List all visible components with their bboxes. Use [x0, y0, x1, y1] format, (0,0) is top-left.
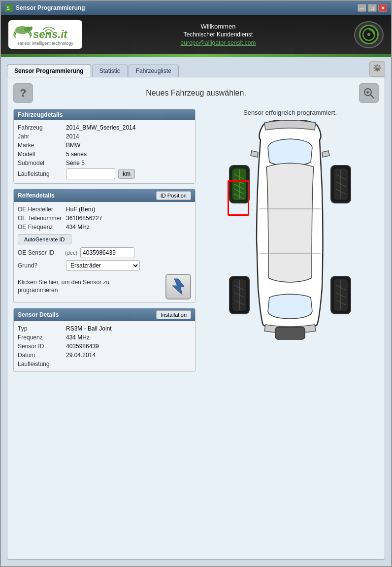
- label-oe-hersteller: OE Hersteller: [18, 206, 62, 213]
- laufleistung-input-row: km: [66, 168, 135, 179]
- label-marke: Marke: [18, 142, 62, 149]
- tire-highlight: [228, 180, 249, 216]
- reifendetails-body: OE Hersteller HuF (Beru) OE Teilenummer …: [14, 202, 195, 302]
- main-content: Sensor Programmierung Statistic Fahrzeug…: [1, 57, 391, 566]
- label-laufleistung: Laufleistung: [18, 170, 62, 177]
- label-sd-laufleistung: Laufleistung: [18, 361, 62, 367]
- sensor-id-input[interactable]: [80, 247, 134, 258]
- svg-line-11: [370, 95, 374, 98]
- field-row-sensor-id: OE Sensor ID (dec): [18, 246, 191, 259]
- label-sd-sensor-id: Sensor ID: [18, 343, 62, 350]
- title-bar: S Sensor Programmierung — □ ✕: [1, 1, 391, 15]
- left-column: Fahrzeugdetails Fahrzeug 2014_BMW_5serie…: [13, 109, 196, 377]
- value-datum: 29.04.2014: [66, 352, 191, 359]
- label-datum: Datum: [18, 352, 62, 359]
- label-grund: Grund?: [18, 262, 62, 269]
- value-typ: RS3M - Ball Joint: [66, 325, 191, 332]
- logo-box: sens.it sensor intelligent technology: [8, 20, 82, 49]
- autogenerate-button[interactable]: AutoGenerate ID: [18, 234, 71, 244]
- label-fahrzeug: Fahrzeug: [18, 124, 62, 131]
- id-position-button[interactable]: ID Position: [156, 191, 191, 200]
- laufleistung-input[interactable]: [66, 168, 115, 179]
- tabs-row: Sensor Programmierung Statistic Fahrzeug…: [7, 61, 385, 77]
- car-image-container: [214, 120, 366, 357]
- value-oe-hersteller: HuF (Beru): [66, 206, 191, 213]
- reifendetails-header: Reifendetails ID Position: [14, 189, 195, 202]
- installation-button[interactable]: Installation: [156, 310, 191, 319]
- field-row-typ: Typ RS3M - Ball Joint: [18, 324, 191, 333]
- car-svg: [214, 120, 366, 357]
- fahrzeugdetails-section: Fahrzeugdetails Fahrzeug 2014_BMW_5serie…: [13, 109, 196, 184]
- field-row-submodel: Submodel Série 5: [18, 159, 191, 167]
- fahrzeugdetails-header: Fahrzeugdetails: [14, 109, 195, 120]
- sensor-details-section: Sensor Details Installation Typ RS3M - B…: [13, 308, 196, 372]
- header-welcome: Willkommen: [92, 23, 344, 30]
- value-sd-sensor-id: 4035986439: [66, 343, 191, 350]
- logo-area: sens.it sensor intelligent technology: [8, 20, 82, 49]
- help-button[interactable]: ?: [13, 83, 33, 103]
- minimize-button[interactable]: —: [358, 4, 366, 12]
- value-modell: 5 series: [66, 151, 191, 158]
- car-status-text: Sensor erfolgreich programmiert.: [243, 109, 337, 116]
- field-row-datum: Datum 29.04.2014: [18, 351, 191, 360]
- sensor-details-body: Typ RS3M - Ball Joint Frequenz 434 MHz S…: [14, 321, 195, 371]
- value-jahr: 2014: [66, 133, 191, 140]
- program-sensor-row: Klicken Sie hier, um den Sensor zu progr…: [18, 274, 191, 300]
- label-oe-teilenummer: OE Teilenummer: [18, 215, 62, 222]
- sensor-id-unit: (dec): [65, 250, 77, 256]
- field-row-oe-teilenummer: OE Teilenummer 36106856227: [18, 214, 191, 223]
- app-icon: S: [5, 4, 13, 12]
- label-oe-sensor-id: OE Sensor ID: [18, 249, 62, 256]
- value-sd-frequenz: 434 MHz: [66, 334, 191, 341]
- tab-fahrzeugliste[interactable]: Fahrzeugliste: [129, 65, 179, 77]
- header-email[interactable]: europe@alligator-sensit.com: [92, 39, 344, 46]
- field-row-sd-laufleistung: Laufleistung: [18, 360, 191, 368]
- settings-button[interactable]: [369, 61, 385, 77]
- field-row-sd-frequenz: Frequenz 434 MHz: [18, 333, 191, 342]
- logo-sensit: sens.it: [13, 23, 77, 42]
- app-header: sens.it sensor intelligent technology Wi…: [1, 15, 391, 54]
- field-row-sd-sensor-id: Sensor ID 4035986439: [18, 342, 191, 351]
- header-logo-inner: [359, 25, 379, 44]
- label-modell: Modell: [18, 151, 62, 158]
- window-title: Sensor Programmierung: [16, 4, 85, 11]
- svg-point-4: [30, 27, 33, 30]
- program-sensor-button[interactable]: [165, 274, 191, 300]
- header-service: Technischer Kundendienst: [92, 31, 344, 38]
- zoom-button[interactable]: [359, 83, 379, 103]
- window-controls: — □ ✕: [358, 4, 387, 12]
- two-col-layout: Fahrzeugdetails Fahrzeug 2014_BMW_5serie…: [13, 109, 379, 377]
- fahrzeugdetails-body: Fahrzeug 2014_BMW_5series_2014 Jahr 2014…: [14, 120, 195, 183]
- sensor-details-header: Sensor Details Installation: [14, 308, 195, 321]
- label-submodel: Submodel: [18, 160, 62, 167]
- value-marke: BMW: [66, 142, 191, 149]
- tab-sensor-programmierung[interactable]: Sensor Programmierung: [7, 65, 91, 77]
- svg-point-8: [367, 33, 370, 36]
- right-column: Sensor erfolgreich programmiert.: [201, 109, 379, 377]
- svg-marker-14: [172, 279, 184, 295]
- svg-rect-45: [275, 327, 305, 339]
- field-row-jahr: Jahr 2014: [18, 132, 191, 141]
- field-row-laufleistung: Laufleistung km: [18, 167, 191, 180]
- header-logo-right: [354, 21, 384, 48]
- maximize-button[interactable]: □: [368, 4, 377, 12]
- program-sensor-text: Klicken Sie hier, um den Sensor zu progr…: [18, 279, 116, 294]
- new-vehicle-text: Neues Fahrzeug auswählen.: [33, 89, 359, 98]
- logo-subtitle: sensor intelligent technology: [17, 41, 73, 46]
- field-row-marke: Marke BMW: [18, 141, 191, 150]
- field-row-modell: Modell 5 series: [18, 150, 191, 159]
- app-window: S Sensor Programmierung — □ ✕: [0, 0, 392, 567]
- value-submodel: Série 5: [66, 160, 191, 167]
- km-button[interactable]: km: [118, 169, 135, 179]
- grund-select[interactable]: Ersatzräder Neue Reifen Neuer Sensor: [66, 260, 140, 271]
- field-row-oe-frequenz: OE Frequenz 434 MHz: [18, 223, 191, 232]
- field-row-oe-hersteller: OE Hersteller HuF (Beru): [18, 205, 191, 214]
- top-action-row: ? Neues Fahrzeug auswählen.: [13, 83, 379, 103]
- reifendetails-section: Reifendetails ID Position OE Hersteller …: [13, 189, 196, 303]
- close-button[interactable]: ✕: [378, 4, 387, 12]
- tab-statistic[interactable]: Statistic: [92, 65, 128, 77]
- fahrzeugdetails-title: Fahrzeugdetails: [18, 111, 63, 118]
- label-sd-frequenz: Frequenz: [18, 334, 62, 341]
- reifendetails-title: Reifendetails: [18, 192, 55, 199]
- label-typ: Typ: [18, 325, 62, 332]
